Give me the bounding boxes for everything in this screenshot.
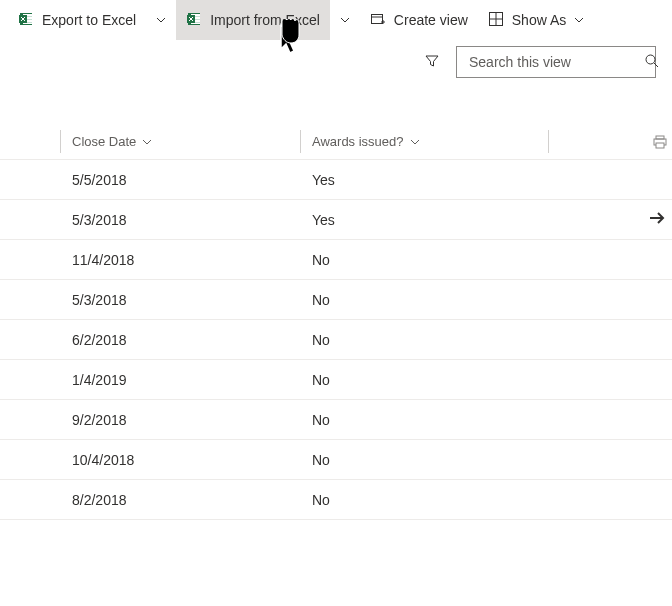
search-input[interactable] [469, 54, 644, 70]
open-record-arrow[interactable] [648, 209, 666, 230]
create-view-icon [370, 11, 386, 30]
table-row[interactable]: 5/3/2018No [0, 280, 672, 320]
cell-close-date: 5/5/2018 [72, 172, 127, 188]
svg-rect-23 [656, 143, 664, 148]
cell-close-date: 5/3/2018 [72, 292, 127, 308]
excel-icon [18, 11, 34, 30]
create-view-button[interactable]: Create view [360, 0, 478, 40]
funnel-icon [424, 53, 440, 72]
filter-row [0, 40, 672, 84]
excel-icon [186, 11, 202, 30]
table-row[interactable]: 6/2/2018No [0, 320, 672, 360]
cell-awards: No [312, 452, 330, 468]
search-icon [644, 53, 660, 72]
close-date-header-label: Close Date [72, 134, 136, 149]
show-as-label: Show As [512, 12, 566, 28]
cell-close-date: 11/4/2018 [72, 252, 134, 268]
cell-close-date: 1/4/2019 [72, 372, 127, 388]
cell-awards: No [312, 372, 330, 388]
filter-button[interactable] [416, 46, 448, 78]
cell-close-date: 5/3/2018 [72, 212, 127, 228]
cell-close-date: 9/2/2018 [72, 412, 127, 428]
search-box[interactable] [456, 46, 656, 78]
import-from-excel-button[interactable]: Import from Excel [176, 0, 330, 40]
data-grid: Close Date Awards issued? 5/5/2018Yes5/3… [0, 124, 672, 520]
table-row[interactable]: 8/2/2018No [0, 480, 672, 520]
export-dropdown-caret[interactable] [146, 0, 176, 40]
svg-point-19 [646, 55, 655, 64]
cell-close-date: 6/2/2018 [72, 332, 127, 348]
arrow-right-icon [648, 214, 666, 230]
print-icon[interactable] [652, 134, 668, 153]
cell-awards: No [312, 492, 330, 508]
toolbar: Export to Excel Import from Excel [0, 0, 672, 40]
chevron-down-icon [340, 12, 350, 28]
column-header-awards[interactable]: Awards issued? [312, 134, 420, 149]
table-row[interactable]: 10/4/2018No [0, 440, 672, 480]
import-label: Import from Excel [210, 12, 320, 28]
grid-header: Close Date Awards issued? [0, 124, 672, 160]
import-dropdown-caret[interactable] [330, 0, 360, 40]
export-label: Export to Excel [42, 12, 136, 28]
table-row[interactable]: 5/5/2018Yes [0, 160, 672, 200]
cell-awards: Yes [312, 172, 335, 188]
cell-awards: No [312, 292, 330, 308]
table-row[interactable]: 9/2/2018No [0, 400, 672, 440]
table-row[interactable]: 1/4/2019No [0, 360, 672, 400]
chevron-down-icon [142, 137, 152, 147]
create-view-label: Create view [394, 12, 468, 28]
table-row[interactable]: 5/3/2018Yes [0, 200, 672, 240]
cell-close-date: 8/2/2018 [72, 492, 127, 508]
cell-awards: No [312, 332, 330, 348]
cell-close-date: 10/4/2018 [72, 452, 134, 468]
export-to-excel-button[interactable]: Export to Excel [8, 0, 146, 40]
cell-awards: No [312, 412, 330, 428]
cell-awards: Yes [312, 212, 335, 228]
awards-header-label: Awards issued? [312, 134, 404, 149]
chevron-down-icon [410, 137, 420, 147]
svg-line-20 [654, 63, 658, 67]
table-row[interactable]: 11/4/2018No [0, 240, 672, 280]
column-header-close-date[interactable]: Close Date [72, 134, 152, 149]
chevron-down-icon [574, 12, 584, 28]
show-as-button[interactable]: Show As [478, 0, 594, 40]
chevron-down-icon [156, 12, 166, 28]
svg-rect-12 [371, 14, 382, 23]
cell-awards: No [312, 252, 330, 268]
show-as-icon [488, 11, 504, 30]
